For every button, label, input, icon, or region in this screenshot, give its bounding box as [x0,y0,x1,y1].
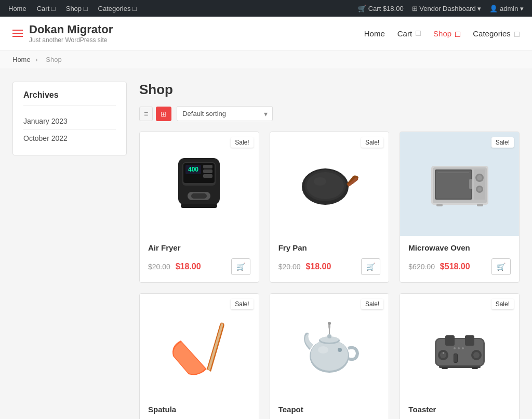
admin-bar-right: 🛒 Cart $18.00 ⊞ Vendor Dashboard ▾ 👤 adm… [358,5,524,12]
product-image-spatula[interactable]: Sale! [140,294,259,398]
admin-cart-info[interactable]: 🛒 Cart $18.00 [358,5,404,12]
admin-vendor-dashboard[interactable]: ⊞ Vendor Dashboard ▾ [412,5,482,12]
list-item: October 2022 [23,130,116,147]
product-name-microwave: Microwave Oven [408,243,511,252]
nav-categories[interactable]: Categories [473,29,520,38]
nav-shop[interactable]: Shop [433,29,460,38]
content-area: Archives January 2023 October 2022 Shop … [0,69,532,419]
svg-point-24 [477,187,482,191]
breadcrumb-separator: › [35,56,39,63]
admin-categories-link[interactable]: Categories □ [98,5,137,12]
cart-badge [416,31,421,36]
admin-home-link[interactable]: Home [8,5,26,12]
product-card-air-fryer: 400 Sale! Air Fryer [139,132,259,283]
list-view-button[interactable]: ≡ [139,107,153,121]
svg-rect-5 [203,165,212,168]
original-price-fry-pan: $20.00 [278,263,301,271]
sale-badge-spatula: Sale! [231,299,253,309]
svg-rect-46 [454,354,457,362]
product-image-teapot[interactable]: Sale! [270,294,389,398]
breadcrumb-current: Shop [46,56,61,63]
archive-october-2022[interactable]: October 2022 [23,134,68,142]
admin-shop-link[interactable]: Shop □ [66,5,88,12]
sale-badge-toaster: Sale! [491,299,514,309]
product-card-teapot: Sale! Teapot $65.00 $55.00 🛒 [270,293,390,419]
breadcrumb-home[interactable]: Home [12,56,31,63]
add-to-cart-fry-pan[interactable]: 🛒 [361,258,380,275]
nav-cart[interactable]: Cart [397,29,421,38]
svg-rect-49 [472,367,478,369]
product-pricing-microwave: $620.00 $518.00 🛒 [408,258,511,275]
grid-view-button[interactable]: ⊞ [156,107,171,121]
sale-price-fry-pan: $18.00 [305,262,331,271]
product-info-teapot: Teapot $65.00 $55.00 🛒 [270,398,389,419]
archive-january-2023[interactable]: January 2023 [23,117,68,125]
svg-point-33 [328,322,331,325]
svg-point-35 [318,346,328,353]
svg-rect-48 [442,367,448,369]
svg-rect-9 [191,193,207,199]
hamburger-menu[interactable] [12,30,23,37]
admin-bar-left: Home Cart □ Shop □ Categories □ [8,5,137,12]
price-group-fry-pan: $20.00 $18.00 [278,262,331,271]
product-pricing-fry-pan: $20.00 $18.00 🛒 [278,258,381,275]
product-name-spatula: Spatula [148,405,250,414]
svg-point-50 [454,347,456,349]
product-card-microwave: Sale! Microwave Oven $620.00 $518.00 🛒 [400,132,520,283]
main-nav: Home Cart Shop Categories [364,29,520,38]
site-tagline: Just another WordPress site [29,36,113,44]
product-card-toaster: Sale! Toaster $20.00 $18.00 🛒 [400,293,520,419]
svg-point-13 [307,172,344,199]
svg-point-34 [338,348,342,352]
product-name-fry-pan: Fry Pan [278,243,381,252]
fry-pan-icon [293,148,366,220]
price-group-air-fryer: $20.00 $18.00 [148,262,201,271]
site-name: Dokan Migrator [29,23,113,36]
archives-list: January 2023 October 2022 [23,113,116,147]
svg-rect-26 [436,204,443,206]
add-to-cart-microwave[interactable]: 🛒 [491,258,511,275]
admin-user[interactable]: 👤 admin ▾ [489,5,524,12]
site-header: Dokan Migrator Just another WordPress si… [0,17,532,50]
add-to-cart-air-fryer[interactable]: 🛒 [231,258,250,275]
sidebar: Archives January 2023 October 2022 [12,82,127,419]
spatula-icon [163,309,235,382]
sale-badge-fry-pan: Sale! [361,137,383,148]
product-grid: 400 Sale! Air Fryer [139,132,520,419]
price-group-microwave: $620.00 $518.00 [408,262,470,271]
toaster-icon [423,309,496,382]
svg-text:400: 400 [188,166,198,173]
original-price-microwave: $620.00 [408,263,435,271]
admin-bar: Home Cart □ Shop □ Categories □ 🛒 Cart $… [0,0,532,17]
product-image-fry-pan[interactable]: Sale! [270,132,389,236]
product-card-fry-pan: Sale! Fry Pan $20.00 $18.00 🛒 [270,132,390,283]
sort-select[interactable]: Default sorting Sort by popularity Sort … [177,106,273,121]
product-info-spatula: Spatula $20.00 $18.00 🛒 [140,398,259,419]
product-image-microwave[interactable]: Sale! [400,132,519,236]
archives-title: Archives [23,90,116,106]
shop-main: Shop ≡ ⊞ Default sorting Sort by popular… [139,82,520,419]
breadcrumb: Home › Shop [0,50,532,69]
air-fryer-icon: 400 [163,148,235,220]
shop-toolbar: ≡ ⊞ Default sorting Sort by popularity S… [139,106,520,121]
svg-rect-38 [445,335,455,346]
sale-badge-teapot: Sale! [361,299,383,309]
product-info-microwave: Microwave Oven $620.00 $518.00 🛒 [400,236,519,282]
categories-badge [514,32,520,37]
archives-widget: Archives January 2023 October 2022 [12,82,127,155]
product-info-toaster: Toaster $20.00 $18.00 🛒 [400,398,519,419]
sale-price-microwave: $518.00 [440,262,470,271]
sort-wrapper: Default sorting Sort by popularity Sort … [177,106,273,121]
svg-point-14 [314,177,326,186]
product-image-air-fryer[interactable]: 400 Sale! [140,132,259,236]
svg-point-51 [458,347,460,349]
shop-badge [455,32,460,37]
product-image-toaster[interactable]: Sale! [400,294,519,398]
admin-cart-link[interactable]: Cart □ [37,5,56,12]
svg-rect-7 [203,174,212,178]
teapot-icon [293,309,366,382]
svg-rect-18 [436,171,471,199]
nav-home[interactable]: Home [364,29,385,38]
microwave-icon [423,148,496,220]
svg-point-52 [462,347,464,349]
